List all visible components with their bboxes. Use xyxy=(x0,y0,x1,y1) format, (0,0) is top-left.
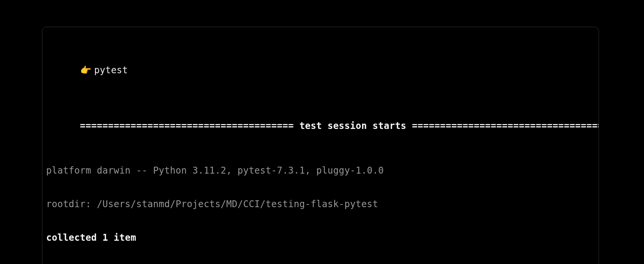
terminal-window: 👉 pytest ===============================… xyxy=(42,27,599,264)
rootdir-line: rootdir: /Users/stanmd/Projects/MD/CCI/t… xyxy=(46,199,595,210)
session-header-title: test session starts xyxy=(299,121,406,131)
terminal-output[interactable]: 👉 pytest ===============================… xyxy=(42,27,599,264)
collected-line: collected 1 item xyxy=(46,232,595,243)
platform-line: platform darwin -- Python 3.11.2, pytest… xyxy=(46,165,595,176)
command-text: pytest xyxy=(94,65,128,76)
session-header-left: ====================================== xyxy=(80,121,299,131)
pointer-icon: 👉 xyxy=(80,65,94,75)
session-header-right: ======================================= xyxy=(406,121,599,131)
